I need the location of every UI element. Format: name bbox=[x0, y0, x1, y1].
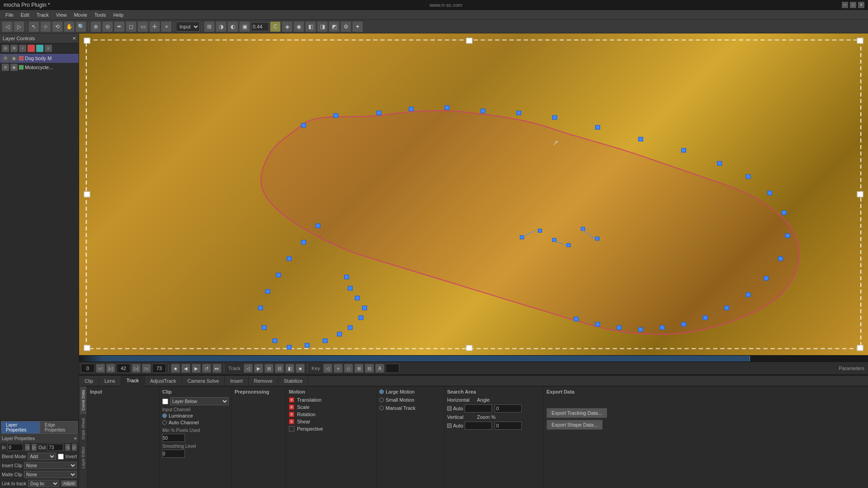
vtab-layer-editor[interactable]: Layer Editor bbox=[80, 443, 86, 472]
close-button[interactable]: × bbox=[858, 2, 864, 8]
key-opts1[interactable]: ⊞ bbox=[354, 364, 363, 373]
tb-move-tool[interactable]: ✛ bbox=[149, 21, 160, 32]
insert-clip-select[interactable]: None bbox=[24, 462, 77, 469]
track-stop-btn[interactable]: ■ bbox=[296, 364, 305, 373]
tab-lens[interactable]: Lens bbox=[99, 375, 121, 386]
tb-transform-tool[interactable]: ⟲ bbox=[52, 21, 63, 32]
layer-more-icon[interactable]: ≡ bbox=[45, 45, 52, 52]
in-input[interactable] bbox=[7, 444, 23, 451]
export-tracking-button[interactable]: Export Tracking Data... bbox=[547, 408, 607, 418]
tb-color-btn3[interactable]: ◉ bbox=[293, 21, 304, 32]
min-pixels-input[interactable] bbox=[162, 434, 185, 442]
tb-view-btn1[interactable]: ⊞ bbox=[204, 21, 215, 32]
rotation-checkbox[interactable]: × bbox=[289, 412, 294, 417]
layer-props-tab[interactable]: Layer Properties bbox=[1, 421, 40, 434]
stop-btn[interactable]: ■ bbox=[171, 364, 180, 373]
frame-current-display[interactable]: 42 bbox=[117, 364, 130, 373]
menu-file[interactable]: File bbox=[2, 10, 17, 20]
minimize-button[interactable]: ─ bbox=[842, 2, 848, 8]
menu-view[interactable]: View bbox=[52, 10, 71, 20]
link-track-select[interactable]: Dog bc bbox=[28, 480, 59, 487]
opacity-input[interactable] bbox=[251, 22, 269, 31]
input-select[interactable]: Input bbox=[176, 22, 200, 32]
matte-clip-select[interactable]: None bbox=[24, 471, 77, 478]
layer-0-eye[interactable]: ◉ bbox=[10, 55, 18, 62]
layer-gear-icon[interactable]: ⚙ bbox=[2, 45, 9, 52]
adjust-button[interactable]: Adjust bbox=[61, 480, 77, 487]
tab-remove[interactable]: Remove bbox=[249, 375, 278, 386]
loop-btn[interactable]: ↺ bbox=[202, 364, 211, 373]
scale-checkbox[interactable]: × bbox=[289, 404, 294, 410]
angle-value-input[interactable] bbox=[495, 404, 522, 413]
manual-track-radio[interactable] bbox=[379, 406, 384, 410]
tb-settings-btn[interactable]: ⚙ bbox=[340, 21, 351, 32]
menu-tools[interactable]: Tools bbox=[91, 10, 110, 20]
invert-checkbox[interactable] bbox=[58, 454, 64, 460]
shear-checkbox[interactable]: × bbox=[289, 419, 294, 424]
export-shape-button[interactable]: Export Shape Data... bbox=[547, 420, 603, 430]
translation-checkbox[interactable]: × bbox=[289, 397, 294, 403]
layer-row-0[interactable]: ⚙ ◉ Dog body M bbox=[0, 54, 79, 63]
tb-shape-tool[interactable]: ◻ bbox=[126, 21, 137, 32]
play-fwd-btn[interactable]: ▶ bbox=[192, 364, 201, 373]
tb-select-tool[interactable]: ⊹ bbox=[40, 21, 51, 32]
tb-color-btn1[interactable]: C bbox=[270, 21, 281, 32]
large-motion-radio[interactable] bbox=[379, 389, 384, 394]
tab-adjust-track[interactable]: AdjustTrack bbox=[145, 375, 182, 386]
key-opts3[interactable]: A bbox=[375, 364, 384, 373]
edge-props-tab[interactable]: Edge Properties bbox=[40, 421, 78, 434]
tb-warp-tool[interactable]: ⌖ bbox=[161, 21, 172, 32]
key-prev-btn[interactable]: ◁ bbox=[323, 364, 332, 373]
play-rev-btn[interactable]: ◀ bbox=[181, 364, 190, 373]
layer-1-gear[interactable]: ⚙ bbox=[2, 64, 9, 71]
in-right-btn[interactable]: ▷ bbox=[32, 444, 37, 451]
tb-view-btn4[interactable]: ▣ bbox=[239, 21, 250, 32]
vtab-dope-sheet[interactable]: Dope Sheet bbox=[80, 414, 86, 443]
layer-props-close[interactable]: × bbox=[74, 436, 77, 441]
tab-camera-solve[interactable]: Camera Solve bbox=[182, 375, 225, 386]
track-back-btn[interactable]: ◁ bbox=[244, 364, 253, 373]
tb-color-btn4[interactable]: ◧ bbox=[305, 21, 316, 32]
timeline-bar[interactable] bbox=[79, 355, 868, 361]
tb-remove-point-tool[interactable]: ⊖ bbox=[102, 21, 113, 32]
in-left-btn[interactable]: ◁ bbox=[25, 444, 30, 451]
tab-track[interactable]: Track bbox=[121, 375, 145, 386]
skip-fwd-btn[interactable]: ⏭ bbox=[212, 364, 222, 373]
blend-mode-select[interactable]: Add bbox=[28, 453, 56, 460]
tb-color-btn6[interactable]: ◩ bbox=[329, 21, 340, 32]
tb-pan-tool[interactable]: ✋ bbox=[64, 21, 75, 32]
set-out-btn[interactable]: ▷| bbox=[142, 364, 151, 373]
layer-color-cyan[interactable] bbox=[36, 45, 43, 52]
menu-movie[interactable]: Movie bbox=[70, 10, 90, 20]
tb-view-btn2[interactable]: ◑ bbox=[216, 21, 226, 32]
auto-channel-radio[interactable] bbox=[162, 420, 167, 425]
layer-1-eye[interactable]: ◉ bbox=[10, 64, 18, 71]
layer-row-1[interactable]: ⚙ ◉ Motorcycle... bbox=[0, 63, 79, 72]
tab-stabilize[interactable]: Stabilize bbox=[278, 375, 309, 386]
key-opts2[interactable]: ⊟ bbox=[365, 364, 374, 373]
next-frame-btn[interactable]: ▷| bbox=[132, 364, 141, 373]
track-opts2[interactable]: ⊟ bbox=[275, 364, 284, 373]
layer-below-checkbox[interactable] bbox=[162, 399, 168, 404]
small-motion-radio[interactable] bbox=[379, 398, 384, 402]
set-in-btn[interactable]: |◁ bbox=[96, 364, 105, 373]
tb-view-btn3[interactable]: ◐ bbox=[227, 21, 238, 32]
out-right-btn[interactable]: ▷ bbox=[72, 444, 77, 451]
tb-add-point-tool[interactable]: ⊕ bbox=[90, 21, 101, 32]
tb-forward-button[interactable]: ▷ bbox=[14, 21, 24, 32]
layer-color-red[interactable] bbox=[28, 45, 35, 52]
layer-0-gear[interactable]: ⚙ bbox=[2, 55, 9, 62]
perspective-checkbox[interactable] bbox=[289, 426, 294, 432]
menu-track[interactable]: Track bbox=[33, 10, 52, 20]
luminance-radio[interactable] bbox=[162, 413, 167, 418]
track-opts3[interactable]: ◧ bbox=[285, 364, 294, 373]
layer-add-icon[interactable]: + bbox=[19, 45, 26, 52]
track-fwd-btn[interactable]: ▶ bbox=[254, 364, 263, 373]
zoom-value-input[interactable] bbox=[495, 422, 522, 430]
tab-insert[interactable]: Insert bbox=[225, 375, 249, 386]
maximize-button[interactable]: □ bbox=[850, 2, 856, 8]
tb-pen-tool[interactable]: ✒ bbox=[114, 21, 125, 32]
layer-below-select[interactable]: Layer Below bbox=[170, 397, 229, 405]
track-opts1[interactable]: ⊞ bbox=[264, 364, 274, 373]
out-left-btn[interactable]: ◁ bbox=[65, 444, 70, 451]
